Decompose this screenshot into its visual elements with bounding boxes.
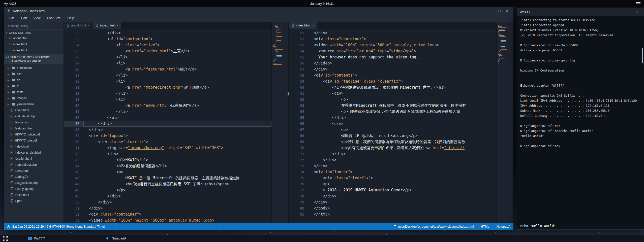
right-code-editor[interactable]: 51</div>52<div class="container">53<vide… — [289, 29, 496, 223]
close-button[interactable]: × — [634, 8, 641, 15]
tree-file-HKWTC-notice.pdf[interactable]: HKWTC notice.pdf — [4, 131, 64, 137]
code-line[interactable]: 57</div> — [289, 66, 496, 72]
code-line[interactable]: 37 </div> — [64, 121, 271, 127]
code-line[interactable]: 41 <img src="images/box.png" height="342… — [64, 145, 271, 151]
code-line[interactable]: 76 <p> — [289, 181, 496, 187]
code-line[interactable]: 54 <source src="trailer.mp4" type="video… — [289, 48, 496, 54]
code-line[interactable]: 23 <ul id="navigation"> — [64, 36, 271, 42]
tree-file-x.php[interactable]: x.php — [4, 198, 64, 204]
code-line[interactable]: 63 在香港的Minecraft 伺服器中，多為小遊戲和純生存的伺服器，較少擁有 — [289, 102, 496, 109]
tree-folder-autostation[interactable]: ▸autostation — [4, 65, 64, 71]
code-line[interactable]: 42 <div> — [64, 151, 271, 157]
maximize-button[interactable]: □ — [496, 7, 503, 14]
code-line[interactable]: 28 <a href="features.html">簡介</a> — [64, 66, 271, 72]
close-icon[interactable]: × — [116, 24, 118, 27]
tab-index.html[interactable]: index.html× — [289, 22, 317, 29]
code-line[interactable]: 32 </li> — [64, 90, 271, 96]
tree-file-trailer.mp4[interactable]: trailer.mp4 — [4, 192, 64, 198]
code-line[interactable]: 33 <li> — [64, 96, 271, 102]
maximize-button[interactable]: □ — [626, 8, 634, 15]
tree-folder-images[interactable]: ▸images — [4, 95, 64, 101]
code-line[interactable]: 77 © 2018 - 2019 HKWTC Animation Gamer</… — [289, 187, 496, 193]
taskbar-item-notepada[interactable]: NotepadA — [103, 235, 129, 242]
code-line[interactable]: 78 </div> — [289, 193, 496, 199]
taskbar-item-wstty[interactable]: >_ WsTTY — [25, 235, 47, 242]
code-line[interactable]: 58<div id="contents"> — [289, 72, 496, 78]
code-line[interactable]: 45 <p> — [64, 169, 271, 175]
code-line[interactable]: 38</div> — [64, 127, 271, 133]
code-line[interactable]: 29 </li> — [64, 72, 271, 78]
tree-file-test_sockets.php[interactable]: test_sockets.php — [4, 180, 64, 186]
terminal-scrollbar-thumb[interactable] — [642, 48, 643, 63]
tree-folder-css[interactable]: ▸css — [4, 71, 64, 77]
tree-file-news.html[interactable]: news.html — [4, 168, 64, 174]
code-line[interactable]: 61 <div> — [289, 90, 496, 96]
code-line[interactable]: 67 <p> — [289, 127, 496, 133]
code-line[interactable]: 74<div id="footer"> — [289, 169, 496, 175]
code-line[interactable]: 34 <a href="news.html">玩家傳送門</a> — [64, 102, 271, 109]
code-line[interactable]: 39<div id="topbox"> — [64, 133, 271, 139]
code-line[interactable]: 81</html> — [289, 211, 496, 217]
notepad-titlebar[interactable]: NotepadA - index.html – □ × — [4, 7, 513, 14]
code-line[interactable]: 31 <a href="mapredirect.php">網上地圖</a> — [64, 84, 271, 90]
code-line[interactable]: 22 </div> — [64, 30, 271, 36]
code-line[interactable]: 56</video> — [289, 60, 496, 66]
minimize-button[interactable]: – — [619, 8, 626, 15]
left-minimap[interactable] — [271, 22, 289, 223]
code-line[interactable]: 79</div> — [289, 199, 496, 205]
code-line[interactable]: 53<video width="100%" height="500px" aut… — [289, 42, 496, 48]
pane-splitter-handle[interactable] — [288, 92, 289, 95]
open-editor-item[interactable]: ×index.html — [4, 41, 64, 47]
code-line[interactable]: 80</body> — [289, 205, 496, 211]
tree-folder-yamlyamlinu[interactable]: ▸yamlyamlinu — [4, 101, 64, 107]
open-editor-item[interactable]: ×about.html — [4, 35, 64, 41]
code-line[interactable]: 30 <li> — [64, 78, 271, 84]
code-line[interactable]: 43 <h1>HKWTC</h1> — [64, 157, 271, 163]
code-line[interactable]: 24 <li class="active"> — [64, 42, 271, 48]
code-line[interactable]: 53<video width="100%" height="500px" aut… — [64, 217, 271, 223]
language-mode-selector[interactable]: HTML — [481, 225, 489, 228]
code-line[interactable]: 46 HKWTC 是一個 Minecraft 的建築伺服器，主要建築計劃包括鐵路 — [64, 175, 271, 181]
tree-folder-dc[interactable]: ▸dc — [4, 77, 64, 83]
code-line[interactable]: 51</div> — [289, 30, 496, 36]
code-line[interactable]: 50 </div> — [64, 199, 271, 205]
open-editor-item[interactable]: ×index.html — [4, 47, 64, 53]
close-button[interactable]: × — [503, 7, 511, 14]
code-line[interactable]: 64 <p> 即使你不是建築師，你也能透過紅石師或鐵路工程師的身份加入我 — [289, 109, 496, 115]
menu-item-font-size[interactable]: Font Size — [44, 16, 64, 20]
tree-file-features.html[interactable]: features.html — [4, 125, 64, 131]
code-line[interactable]: 72 </div> — [289, 157, 496, 163]
minimize-button[interactable]: – — [488, 7, 496, 14]
left-code-editor[interactable]: 22 </div>23 <ul id="navigation">24 <li c… — [64, 29, 271, 223]
tab-index.html[interactable]: index.html× — [93, 22, 121, 29]
code-line[interactable]: 60 <h1>特別為建築及鐵路而設，現代化的 Minecraft 世界。</h1… — [289, 84, 496, 90]
code-line[interactable]: 52<div class="container"> — [289, 36, 496, 42]
tree-file-about.html[interactable]: about.html — [4, 107, 64, 113]
code-line[interactable]: 40 <div class="clearfix"> — [64, 139, 271, 145]
tree-file-index.php_disabled[interactable]: index.php_disabled — [4, 150, 64, 156]
right-minimap[interactable] — [496, 22, 513, 223]
close-icon[interactable]: × — [9, 49, 11, 52]
menu-item-view[interactable]: View — [30, 16, 44, 20]
tree-file-index.html[interactable]: index.html — [4, 144, 64, 150]
code-line[interactable]: 59 <div id="tagline" class="clearfix"> — [289, 78, 496, 84]
code-line[interactable]: 48 </p> — [64, 187, 271, 193]
tree-folder-dl[interactable]: ▸dl — [4, 83, 64, 89]
code-line[interactable]: 75 <div class="clearfix"> — [289, 175, 496, 181]
workspace-root[interactable]: ▾USER:/DESKTOP/SCREENSHOT /TEST/WWW CLEA… — [4, 54, 64, 64]
tree-folder-fonts[interactable]: ▸fonts — [4, 89, 64, 95]
terminal-output[interactable]: [info] Conencting to arozos WsTTY servic… — [517, 16, 644, 222]
tree-file-mapredirect.php[interactable]: mapredirect.php — [4, 162, 64, 168]
code-line[interactable]: 44 <h2>香港的建築伺服器</h2> — [64, 163, 271, 169]
code-line[interactable]: 26 </li> — [64, 54, 271, 60]
tree-file-HKWTC-rule.pdf[interactable]: HKWTC rule.pdf — [4, 137, 64, 144]
code-line[interactable]: 68 伺服器 IP 地址為： mcs.hkwtc.org</p> — [289, 133, 496, 139]
wstty-titlebar[interactable]: WsTTY – □ × — [517, 8, 644, 16]
tree-file-location.html[interactable]: location.html — [4, 156, 64, 162]
menu-item-file[interactable]: File — [6, 16, 18, 20]
code-line[interactable]: 47 <b>你知道我們全線伺服器已轉用 SSD 了嗎？</b></span> — [64, 181, 271, 187]
close-icon[interactable]: × — [312, 24, 314, 27]
code-line[interactable]: 69 <p>請注意，我們的伺服器為確保玩家及遊玩時的質素，我們對的服務開啟 — [289, 139, 496, 145]
code-line[interactable]: 35 </li> — [64, 109, 271, 115]
close-icon[interactable]: × — [88, 24, 89, 27]
